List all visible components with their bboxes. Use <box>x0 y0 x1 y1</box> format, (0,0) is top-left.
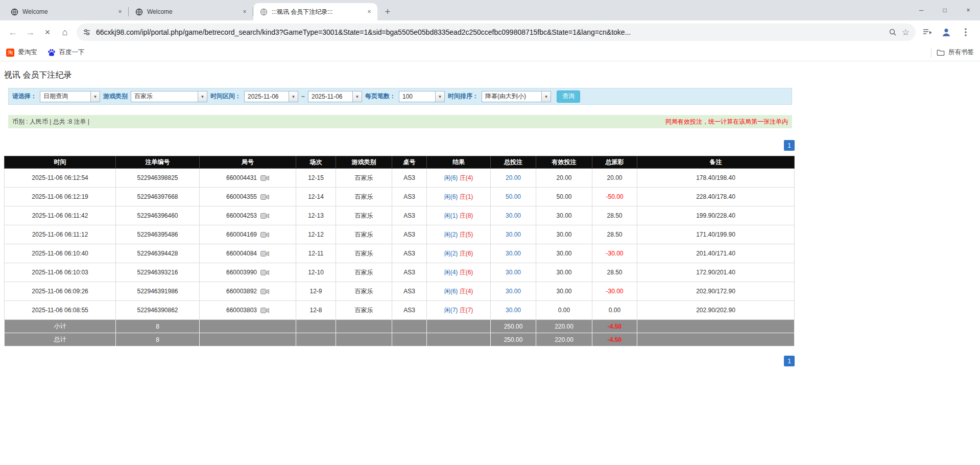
forward-button[interactable]: → <box>21 24 39 41</box>
date-from-select[interactable]: 2025-11-06 ▾ <box>244 91 298 102</box>
window-controls: ─ □ × <box>910 0 980 20</box>
menu-kebab-icon[interactable] <box>958 24 974 40</box>
table-header-row: 时间注单编号局号场次游戏类别桌号结果总投注有效投注总派彩备注 <box>5 156 795 169</box>
game-type-select[interactable]: 百家乐 ▾ <box>131 91 207 102</box>
pagination-top: 1 <box>0 140 795 151</box>
chevron-down-icon[interactable]: ▾ <box>541 91 551 102</box>
subtotal-row: 小计8250.00220.00-4.50 <box>5 320 795 333</box>
chevron-down-icon[interactable]: ▾ <box>435 91 444 102</box>
result-banker: 庄(4) <box>460 174 473 181</box>
cell-total-bet[interactable]: 30.00 <box>491 263 536 282</box>
table-row: 2025-11-06 06:10:40522946394428660004084… <box>5 244 795 263</box>
cell-round-no: 660004084 <box>200 244 296 263</box>
chevron-down-icon[interactable]: ▾ <box>198 91 207 102</box>
site-settings-icon[interactable] <box>83 28 91 36</box>
cell-time: 2025-11-06 06:11:42 <box>5 206 116 225</box>
stop-reload-button[interactable]: × <box>39 24 56 41</box>
round-no: 660004355 <box>226 193 257 200</box>
cell-round-no: 660004253 <box>200 206 296 225</box>
tab-welcome-1[interactable]: Welcome × <box>4 3 128 20</box>
toolbar-right-cluster <box>919 24 976 40</box>
cell-result: 闲(1) 庄(8) <box>427 206 491 225</box>
back-button[interactable]: ← <box>4 24 21 41</box>
cell-total-bet[interactable]: 30.00 <box>491 244 536 263</box>
time-sort-select[interactable]: 降幂(由大到小) ▾ <box>482 91 551 102</box>
summary-info-bar: 币别 : 人民币 | 总共 :8 注单 | 同局有效投注，统一计算在该局第一张注… <box>8 115 792 128</box>
cell-result: 闲(2) 庄(5) <box>427 225 491 244</box>
cell-total-bet[interactable]: 20.00 <box>491 169 536 188</box>
video-replay-icon[interactable] <box>260 213 269 219</box>
close-icon[interactable]: × <box>116 8 124 16</box>
date-from-value: 2025-11-06 <box>245 93 282 100</box>
bookmark-taobao[interactable]: 淘 爱淘宝 <box>6 48 37 57</box>
chevron-down-icon[interactable]: ▾ <box>289 91 298 102</box>
filter-bar: 请选择： 日期查询 ▾ 游戏类别 百家乐 ▾ 时间区间： 2025-11-06 … <box>8 88 792 105</box>
cell-total-bet[interactable]: 30.00 <box>491 282 536 301</box>
bookmark-baidu[interactable]: 百度一下 <box>47 48 85 57</box>
tab-bet-record[interactable]: :::视讯 会员下注纪录::: × <box>253 3 377 20</box>
column-header-3: 场次 <box>296 156 336 169</box>
video-replay-icon[interactable] <box>260 307 269 314</box>
cell-time: 2025-11-06 06:10:40 <box>5 244 116 263</box>
profile-avatar-icon[interactable] <box>938 24 954 40</box>
video-replay-icon[interactable] <box>260 194 269 200</box>
sum-label: 小计 <box>5 320 116 333</box>
address-bar[interactable]: 66cxkj98.com/ipl/portal.php/game/betreco… <box>77 24 916 41</box>
cell-total-bet[interactable]: 30.00 <box>491 301 536 320</box>
close-icon[interactable]: × <box>365 8 373 16</box>
url-text[interactable]: 66cxkj98.com/ipl/portal.php/game/betreco… <box>96 28 883 36</box>
video-replay-icon[interactable] <box>260 269 269 276</box>
media-controls-icon[interactable] <box>919 24 935 40</box>
date-to-select[interactable]: 2025-11-06 ▾ <box>308 91 362 102</box>
video-replay-icon[interactable] <box>260 175 269 181</box>
minimize-button[interactable]: ─ <box>910 0 933 20</box>
result-player: 闲(6) <box>444 288 458 295</box>
zoom-icon[interactable] <box>889 28 897 36</box>
cell-result: 闲(6) 庄(1) <box>427 188 491 206</box>
sum-count: 8 <box>116 333 200 346</box>
video-replay-icon[interactable] <box>260 231 269 238</box>
cell-round-no: 660004169 <box>200 225 296 244</box>
cell-session: 12-15 <box>296 169 336 188</box>
cell-time: 2025-11-06 06:12:19 <box>5 188 116 206</box>
chevron-down-icon[interactable]: ▾ <box>90 91 100 102</box>
page-size-label: 每页笔数： <box>365 92 396 101</box>
table-row: 2025-11-06 06:10:03522946393216660003990… <box>5 263 795 282</box>
sum-valid-bet: 220.00 <box>536 320 592 333</box>
tab-title: Welcome <box>22 8 112 15</box>
maximize-button[interactable]: □ <box>933 0 957 20</box>
cell-bet-no: 522946397668 <box>116 188 200 206</box>
cell-bet-no: 522946393216 <box>116 263 200 282</box>
page-size-select[interactable]: 100 ▾ <box>399 91 445 102</box>
new-tab-button[interactable]: + <box>380 5 395 19</box>
page-number-button[interactable]: 1 <box>784 356 795 366</box>
page-number-button[interactable]: 1 <box>784 140 795 151</box>
query-type-select[interactable]: 日期查询 ▾ <box>40 91 100 102</box>
page-size-value: 100 <box>399 93 416 100</box>
cell-result: 闲(6) 庄(4) <box>427 282 491 301</box>
cell-total-bet[interactable]: 30.00 <box>491 225 536 244</box>
date-range-separator: ~ <box>301 93 305 100</box>
home-button[interactable]: ⌂ <box>56 24 74 41</box>
tab-welcome-2[interactable]: Welcome × <box>129 3 253 20</box>
bookmark-star-icon[interactable]: ☆ <box>902 27 910 38</box>
video-replay-icon[interactable] <box>260 250 269 257</box>
cell-total-bet[interactable]: 30.00 <box>491 206 536 225</box>
all-bookmarks-button[interactable]: 所有书签 <box>937 48 974 57</box>
close-window-button[interactable]: × <box>957 0 980 20</box>
chevron-down-icon[interactable]: ▾ <box>352 91 362 102</box>
cell-game-type: 百家乐 <box>336 263 392 282</box>
cell-payout: -30.00 <box>592 244 637 263</box>
taobao-icon: 淘 <box>6 49 14 57</box>
close-icon[interactable]: × <box>241 8 249 16</box>
column-header-8: 有效投注 <box>536 156 592 169</box>
result-player: 闲(6) <box>444 174 458 181</box>
table-row: 2025-11-06 06:12:54522946398825660004431… <box>5 169 795 188</box>
cell-table-no: AS3 <box>392 206 427 225</box>
cell-total-bet[interactable]: 50.00 <box>491 188 536 206</box>
cell-valid-bet: 30.00 <box>536 206 592 225</box>
search-button[interactable]: 查询 <box>557 90 580 103</box>
round-no: 660004253 <box>226 212 257 219</box>
video-replay-icon[interactable] <box>260 288 269 295</box>
browser-chrome: Welcome × Welcome × :::视讯 会员下注纪录::: × + … <box>0 0 980 61</box>
